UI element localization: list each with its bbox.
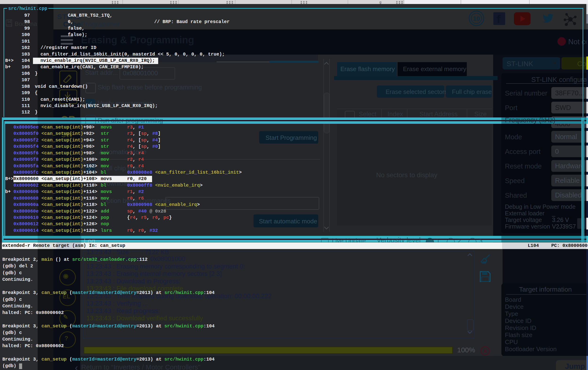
svg-text:10: 10 xyxy=(473,15,480,22)
